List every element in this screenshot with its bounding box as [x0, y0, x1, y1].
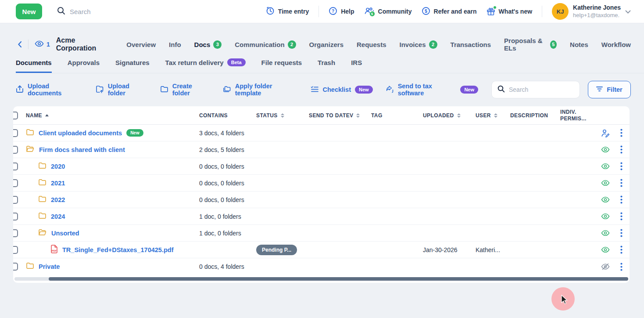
eye-slash-icon[interactable]: [601, 263, 610, 270]
table-row: Private 0 docs, 4 folders: [13, 258, 630, 275]
kebab-menu-icon[interactable]: [620, 162, 623, 170]
global-search-input[interactable]: [70, 8, 201, 15]
folder-link[interactable]: 2021: [51, 180, 65, 187]
create-folder-button[interactable]: Create folder: [160, 83, 210, 97]
docs-search[interactable]: [491, 81, 580, 98]
column-header-status[interactable]: STATUS: [256, 112, 309, 119]
row-checkbox[interactable]: [13, 196, 18, 204]
eye-icon[interactable]: [601, 230, 610, 236]
kebab-menu-icon[interactable]: [620, 229, 623, 237]
column-header-send-to-datev[interactable]: SEND TO DATEV: [309, 112, 371, 119]
row-checkbox[interactable]: [13, 246, 18, 254]
row-checkbox[interactable]: [13, 146, 18, 154]
filter-button[interactable]: Filter: [588, 81, 631, 98]
tab-notes[interactable]: Notes: [570, 41, 588, 48]
subtab-approvals[interactable]: Approvals: [68, 59, 100, 73]
eye-icon[interactable]: [601, 180, 610, 186]
user-cell: Katheri...: [476, 246, 510, 253]
gift-icon: [487, 7, 495, 16]
row-checkbox[interactable]: [13, 263, 18, 271]
tab-proposals-label: Proposals & ELs: [504, 37, 547, 52]
table-row: 2024 1 doc, 0 folders: [13, 208, 630, 225]
eye-icon[interactable]: [601, 146, 610, 153]
help-button[interactable]: ? Help: [329, 7, 354, 17]
folder-link[interactable]: 2020: [51, 163, 65, 170]
kebab-menu-icon[interactable]: [620, 195, 623, 204]
row-checkbox[interactable]: [13, 229, 18, 237]
eye-icon[interactable]: [601, 213, 610, 220]
views-count: 1: [47, 41, 50, 48]
topbar-divider: [318, 6, 319, 17]
folder-link[interactable]: 2024: [51, 213, 65, 220]
eye-icon[interactable]: [601, 163, 610, 170]
checklist-icon: [311, 86, 319, 94]
folder-link[interactable]: Unsorted: [51, 230, 79, 237]
status-badge[interactable]: Pending P...: [256, 245, 297, 255]
subtab-documents[interactable]: Documents: [16, 59, 52, 73]
kebab-menu-icon[interactable]: [620, 212, 623, 220]
folder-link[interactable]: Private: [39, 263, 60, 270]
folder-link[interactable]: 2022: [51, 196, 65, 203]
subtab-irs[interactable]: IRS: [351, 59, 362, 73]
kebab-menu-icon[interactable]: [620, 246, 623, 254]
tab-proposals[interactable]: Proposals & ELs5: [504, 37, 557, 52]
eye-icon[interactable]: [601, 246, 610, 253]
checklist-button[interactable]: Checklist New: [311, 86, 373, 94]
tab-invoices[interactable]: Invoices2: [400, 40, 437, 49]
time-entry-button[interactable]: Time entry: [266, 7, 309, 17]
row-checkbox[interactable]: [13, 129, 18, 137]
eye-icon[interactable]: [601, 196, 610, 203]
new-button[interactable]: New: [16, 4, 42, 19]
subtab-tax-return-delivery[interactable]: Tax return deliveryBeta: [165, 58, 246, 73]
chevron-down-icon: [625, 7, 631, 15]
whats-new-button[interactable]: What's new: [487, 7, 532, 16]
svg-text:$: $: [425, 8, 427, 14]
sort-icon: [457, 113, 461, 118]
upload-documents-button[interactable]: Upload documents: [16, 83, 82, 97]
user-menu[interactable]: KJ Katherine Jones help+1@taxdome.: [552, 3, 631, 20]
tab-info[interactable]: Info: [169, 41, 181, 48]
contains-cell: 2 docs, 5 folders: [199, 146, 256, 153]
send-to-tax-software-button[interactable]: Send to tax software New: [386, 83, 478, 97]
tab-docs[interactable]: Docs3: [194, 40, 222, 49]
kebab-menu-icon[interactable]: [620, 179, 623, 187]
person-edit-icon[interactable]: [601, 129, 610, 137]
row-checkbox[interactable]: [13, 179, 18, 187]
tab-overview[interactable]: Overview: [126, 41, 156, 48]
kebab-menu-icon[interactable]: [620, 129, 623, 137]
column-header-user[interactable]: USER: [476, 112, 510, 119]
tab-organizers[interactable]: Organizers: [309, 41, 343, 48]
dollar-circle-icon: $: [422, 7, 430, 17]
tab-communication[interactable]: Communication2: [235, 40, 296, 49]
tab-requests[interactable]: Requests: [357, 41, 386, 48]
contains-cell: 1 doc, 0 folders: [199, 213, 256, 220]
scrollbar-thumb[interactable]: [49, 277, 628, 281]
user-email: help+1@taxdome.: [573, 12, 621, 19]
tab-transactions[interactable]: Transactions: [451, 41, 491, 48]
subtab-trash[interactable]: Trash: [318, 59, 335, 73]
document-link[interactable]: TR_Single_Fed+DStaxes_170425.pdf: [62, 246, 173, 253]
column-header-name[interactable]: NAME: [26, 112, 199, 119]
select-all-checkbox[interactable]: [13, 112, 18, 119]
upload-documents-label: Upload documents: [28, 83, 82, 97]
kebab-menu-icon[interactable]: [620, 145, 623, 154]
row-checkbox[interactable]: [13, 163, 18, 170]
folder-link[interactable]: Client uploaded documents: [39, 130, 122, 137]
subtab-file-requests[interactable]: File requests: [261, 59, 302, 73]
refer-and-earn-button[interactable]: $ Refer and earn: [422, 7, 477, 17]
global-search[interactable]: [57, 7, 201, 17]
tab-workflow[interactable]: Workflow: [601, 41, 631, 48]
community-button[interactable]: $ Community: [364, 7, 412, 17]
back-button[interactable]: [18, 41, 22, 48]
row-checkbox[interactable]: [13, 213, 18, 220]
docs-search-input[interactable]: [509, 86, 570, 93]
column-uploaded-label: UPLOADED: [423, 112, 454, 119]
create-folder-label: Create folder: [172, 83, 210, 97]
subtab-signatures[interactable]: Signatures: [115, 59, 150, 73]
column-header-uploaded[interactable]: UPLOADED: [423, 112, 476, 119]
client-views[interactable]: 1: [35, 40, 50, 48]
apply-folder-template-button[interactable]: Apply folder template: [223, 83, 297, 97]
folder-link[interactable]: Firm docs shared with client: [39, 146, 125, 153]
kebab-menu-icon[interactable]: [620, 263, 623, 271]
upload-folder-button[interactable]: Upload folder: [96, 83, 147, 97]
